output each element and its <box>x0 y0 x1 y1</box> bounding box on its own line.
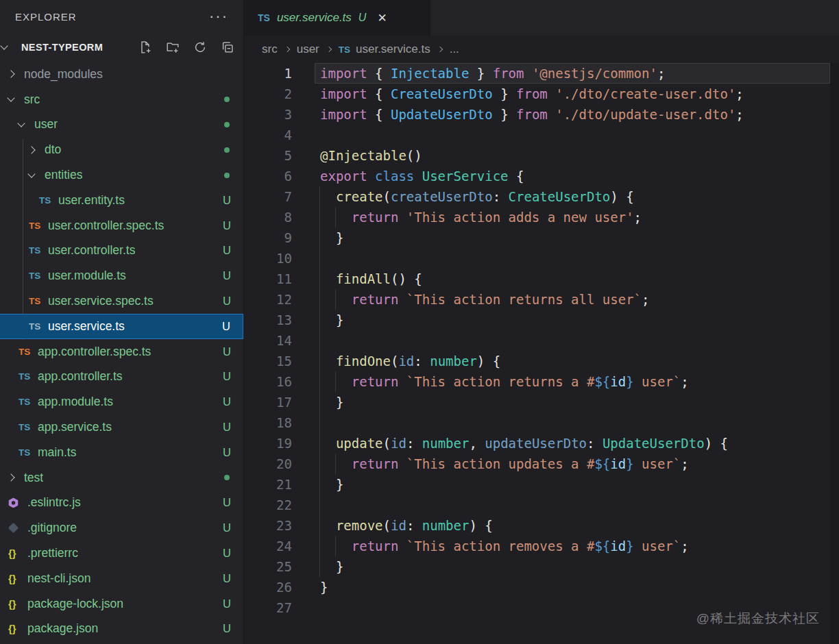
tree-item-label: test <box>24 471 43 485</box>
code-line-1[interactable]: 1import { Injectable } from '@nestjs/com… <box>244 63 839 84</box>
ts-file-icon: TS <box>339 45 350 55</box>
line-number: 3 <box>244 104 292 125</box>
git-modified-dot <box>220 147 234 153</box>
code-line-4[interactable]: 4 <box>244 125 839 145</box>
tree-item-user.service.spec.ts[interactable]: TSuser.service.spec.tsU <box>0 288 243 314</box>
tree-item-user[interactable]: user <box>0 112 243 138</box>
code-line-7[interactable]: 7 create(createUserDto: CreateUserDto) { <box>244 186 839 207</box>
line-number: 17 <box>244 392 292 412</box>
line-content: } <box>292 477 343 492</box>
code-line-23[interactable]: 23 remove(id: number) { <box>244 515 839 536</box>
tree-item-app.controller.spec.ts[interactable]: TSapp.controller.spec.tsU <box>0 339 243 364</box>
tree-item-label: entities <box>45 168 82 182</box>
refresh-icon[interactable] <box>193 40 208 55</box>
tree-item-test[interactable]: test <box>0 465 243 491</box>
line-number: 24 <box>244 536 292 556</box>
code-line-5[interactable]: 5@Injectable() <box>244 145 839 166</box>
code-line-15[interactable]: 15 findOne(id: number) { <box>244 351 839 371</box>
breadcrumb-item-src[interactable]: src <box>262 42 278 56</box>
tree-item-nest-cli.json[interactable]: {}nest-cli.jsonU <box>0 566 243 591</box>
code-line-16[interactable]: 16 return `This action returns a #${id} … <box>244 371 839 392</box>
code-line-17[interactable]: 17 } <box>244 392 839 412</box>
code-line-14[interactable]: 14 <box>244 330 839 351</box>
tree-item-.gitignore[interactable]: .gitignoreU <box>0 515 243 541</box>
tree-item-label: package.json <box>27 621 98 636</box>
close-icon[interactable]: ✕ <box>377 11 387 25</box>
code-line-6[interactable]: 6export class UserService { <box>244 166 839 186</box>
tree-item-user.controller.spec.ts[interactable]: TSuser.controller.spec.tsU <box>0 213 243 238</box>
line-number: 5 <box>244 145 292 166</box>
line-number: 13 <box>244 310 292 330</box>
code-line-22[interactable]: 22 <box>244 495 839 515</box>
code-line-24[interactable]: 24 return `This action removes a #${id} … <box>244 536 839 556</box>
tree-item-.eslintrc.js[interactable]: .eslintrc.jsU <box>0 491 243 516</box>
breadcrumb-label: ... <box>450 42 459 56</box>
line-content: findAll() { <box>292 271 422 286</box>
line-content: import { Injectable } from '@nestjs/comm… <box>292 66 665 81</box>
tree-item-package.json[interactable]: {}package.jsonU <box>0 617 243 642</box>
line-number: 23 <box>244 515 292 536</box>
code-line-20[interactable]: 20 return `This action updates a #${id} … <box>244 454 839 474</box>
chevron-down-icon[interactable] <box>0 42 8 49</box>
chevron-right-icon <box>437 47 442 52</box>
breadcrumb-item-...[interactable]: ... <box>450 42 459 56</box>
tree-item-src[interactable]: src <box>0 87 243 112</box>
tree-item-.prettierrc[interactable]: {}.prettierrcU <box>0 541 243 566</box>
tree-item-app.controller.ts[interactable]: TSapp.controller.tsU <box>0 364 243 390</box>
tree-item-label: node_modules <box>24 67 103 82</box>
ts-blue-icon: TS <box>29 321 47 332</box>
tree-item-main.ts[interactable]: TSmain.tsU <box>0 440 243 465</box>
tree-item-dto[interactable]: dto <box>0 137 243 162</box>
new-file-icon[interactable] <box>138 40 153 55</box>
line-number: 9 <box>244 227 292 248</box>
code-line-12[interactable]: 12 return `This action returns all user`… <box>244 289 839 310</box>
tree-item-app.module.ts[interactable]: TSapp.module.tsU <box>0 389 243 414</box>
line-number: 8 <box>244 207 292 227</box>
tree-item-app.service.ts[interactable]: TSapp.service.tsU <box>0 414 243 440</box>
code-line-9[interactable]: 9 } <box>244 227 839 248</box>
tree-item-user.service.ts[interactable]: TSuser.service.tsU <box>0 314 243 339</box>
scrollbar[interactable] <box>830 63 839 644</box>
line-content: } <box>292 395 343 410</box>
tree-item-entities[interactable]: entities <box>0 162 243 188</box>
line-number: 14 <box>244 330 292 351</box>
line-number: 26 <box>244 577 292 597</box>
line-number: 16 <box>244 371 292 392</box>
more-actions-icon[interactable]: ··· <box>209 13 228 20</box>
breadcrumb-label: user.service.ts <box>356 42 430 56</box>
git-untracked-badge: U <box>220 370 234 383</box>
breadcrumb-item-user[interactable]: user <box>297 42 319 56</box>
code-line-21[interactable]: 21 } <box>244 474 839 495</box>
code-line-3[interactable]: 3import { UpdateUserDto } from './dto/up… <box>244 104 839 125</box>
line-content: export class UserService { <box>292 169 524 184</box>
tree-item-package-lock.json[interactable]: {}package-lock.jsonU <box>0 591 243 617</box>
collapse-all-icon[interactable] <box>220 40 235 55</box>
code-line-25[interactable]: 25 } <box>244 556 839 577</box>
tree-item-node_modules[interactable]: node_modules <box>0 62 243 87</box>
code-line-2[interactable]: 2import { CreateUserDto } from './dto/cr… <box>244 84 839 104</box>
code-line-19[interactable]: 19 update(id: number, updateUserDto: Upd… <box>244 433 839 454</box>
tree-item-user.entity.ts[interactable]: TSuser.entity.tsU <box>0 188 243 213</box>
tree-item-user.controller.ts[interactable]: TSuser.controller.tsU <box>0 238 243 264</box>
new-folder-icon[interactable] <box>165 40 180 55</box>
line-content <box>292 333 320 348</box>
git-untracked-badge: U <box>220 345 234 358</box>
tab-bar: TS user.service.ts U ✕ <box>244 0 839 36</box>
code-line-8[interactable]: 8 return 'This action adds a new user'; <box>244 207 839 227</box>
code-line-13[interactable]: 13 } <box>244 310 839 330</box>
tree-item-label: src <box>24 92 40 107</box>
line-content: return `This action removes a #${id} use… <box>292 538 689 554</box>
tab-user-service[interactable]: TS user.service.ts U ✕ <box>244 0 430 36</box>
line-number: 7 <box>244 186 292 207</box>
tree-item-user.module.ts[interactable]: TSuser.module.tsU <box>0 263 243 288</box>
breadcrumb-item-user.service.ts[interactable]: TSuser.service.ts <box>339 42 430 56</box>
code-line-26[interactable]: 26} <box>244 577 839 597</box>
code-editor[interactable]: 1import { Injectable } from '@nestjs/com… <box>244 63 839 644</box>
line-number: 4 <box>244 125 292 145</box>
code-line-11[interactable]: 11 findAll() { <box>244 269 839 289</box>
git-untracked-badge: U <box>220 496 234 509</box>
code-line-18[interactable]: 18 <box>244 412 839 433</box>
code-line-10[interactable]: 10 <box>244 248 839 269</box>
workspace-section-header[interactable]: NEST-TYPEORM <box>0 33 243 62</box>
git-modified-dot <box>220 122 234 127</box>
